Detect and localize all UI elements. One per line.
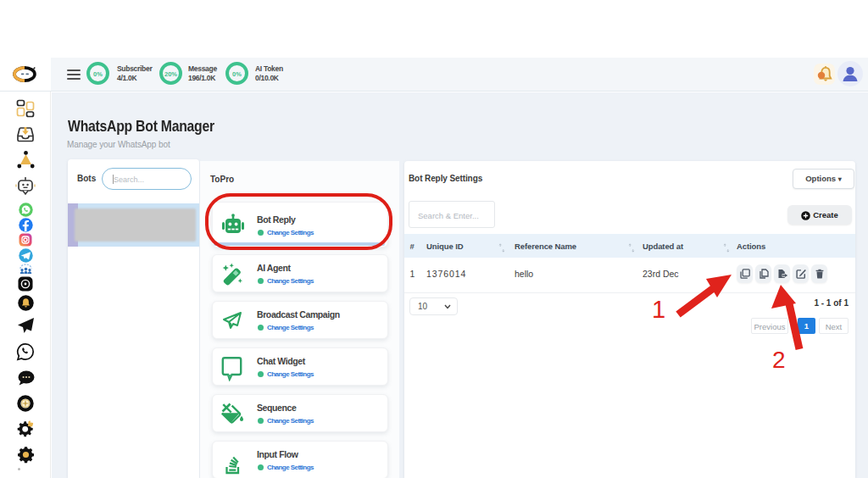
svg-text:0%: 0% <box>93 70 103 78</box>
svg-text:0%: 0% <box>232 70 242 78</box>
svg-text:20%: 20% <box>164 70 177 78</box>
